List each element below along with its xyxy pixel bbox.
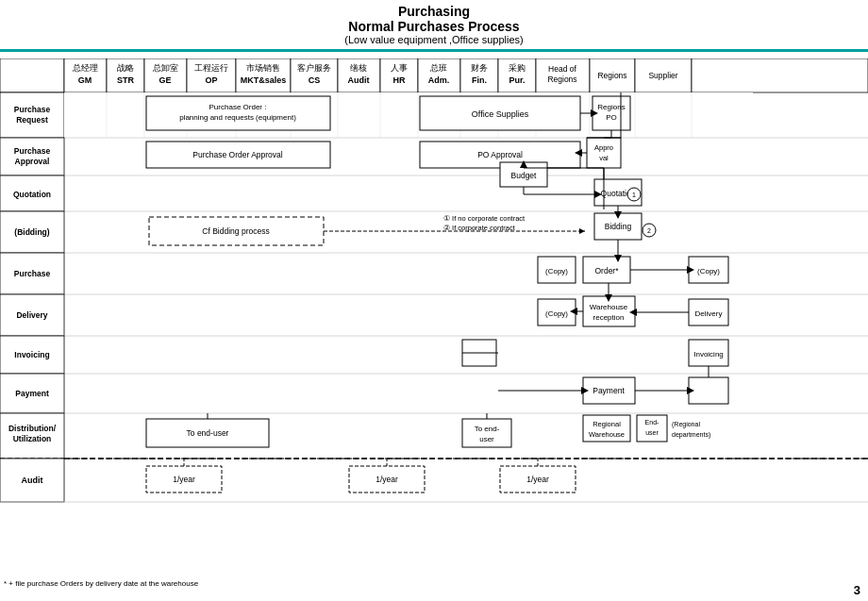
svg-text:reception: reception bbox=[593, 313, 625, 322]
svg-text:2: 2 bbox=[647, 227, 651, 234]
svg-text:Fin.: Fin. bbox=[472, 75, 487, 85]
svg-text:(Copy): (Copy) bbox=[697, 267, 720, 275]
svg-text:Office Supplies: Office Supplies bbox=[472, 109, 529, 119]
svg-text:Supplier: Supplier bbox=[648, 71, 677, 80]
svg-rect-41 bbox=[692, 58, 868, 92]
svg-text:Regions: Regions bbox=[547, 75, 576, 84]
svg-rect-103 bbox=[587, 138, 621, 168]
svg-text:Delivery: Delivery bbox=[16, 310, 47, 320]
svg-text:Order*: Order* bbox=[594, 266, 619, 275]
svg-text:客户服务: 客户服务 bbox=[297, 63, 331, 73]
svg-text:Audit: Audit bbox=[22, 476, 43, 485]
svg-text:1: 1 bbox=[632, 192, 636, 198]
svg-text:市场销售: 市场销售 bbox=[246, 63, 280, 73]
svg-text:Invoicing: Invoicing bbox=[693, 350, 724, 359]
title2: Normal Purchases Process bbox=[0, 19, 868, 34]
svg-text:(Copy): (Copy) bbox=[545, 309, 568, 318]
svg-text:Audit: Audit bbox=[348, 75, 370, 85]
teal-divider bbox=[0, 49, 868, 52]
svg-text:① If no corporate contract: ① If no corporate contract bbox=[443, 214, 526, 223]
svg-text:user: user bbox=[479, 435, 494, 443]
title1: Purchasing bbox=[0, 4, 868, 19]
svg-text:总班: 总班 bbox=[429, 63, 447, 73]
svg-text:1/year: 1/year bbox=[526, 475, 549, 484]
svg-text:Payment: Payment bbox=[15, 389, 49, 398]
svg-text:Approval: Approval bbox=[15, 157, 50, 166]
header: Purchasing Normal Purchases Process (Low… bbox=[0, 0, 868, 47]
svg-text:Invoicing: Invoicing bbox=[14, 350, 49, 359]
svg-text:1/year: 1/year bbox=[173, 475, 195, 484]
svg-text:Appro: Appro bbox=[594, 143, 613, 152]
svg-text:Purchase: Purchase bbox=[14, 105, 51, 114]
svg-text:Payment: Payment bbox=[593, 386, 625, 395]
svg-text:工程运行: 工程运行 bbox=[194, 63, 228, 73]
svg-text:OP: OP bbox=[205, 75, 217, 85]
subtitle: (Low value equipment ,Office supplies) bbox=[0, 34, 868, 45]
svg-text:departments): departments) bbox=[672, 431, 710, 439]
svg-text:采购: 采购 bbox=[509, 63, 526, 73]
svg-text:财务: 财务 bbox=[471, 63, 488, 73]
svg-text:(Bidding): (Bidding) bbox=[14, 227, 49, 237]
svg-text:Warehouse: Warehouse bbox=[590, 303, 628, 311]
svg-text:Adm.: Adm. bbox=[428, 75, 450, 85]
page: Purchasing Normal Purchases Process (Low… bbox=[0, 0, 868, 601]
svg-text:缮核: 缮核 bbox=[350, 63, 367, 73]
svg-text:Regions: Regions bbox=[597, 71, 626, 80]
svg-text:1/year: 1/year bbox=[376, 475, 398, 484]
svg-text:To end-user: To end-user bbox=[187, 428, 229, 438]
svg-text:user: user bbox=[645, 429, 659, 436]
svg-text:Head of: Head of bbox=[548, 64, 576, 74]
svg-text:val: val bbox=[599, 154, 609, 162]
footer-note: * + file purchase Orders by delivery dat… bbox=[4, 579, 198, 588]
svg-text:人事: 人事 bbox=[391, 63, 408, 73]
svg-text:Purchase: Purchase bbox=[14, 146, 51, 156]
svg-text:GE: GE bbox=[159, 75, 171, 85]
svg-text:HR: HR bbox=[393, 75, 406, 85]
svg-text:Utilization: Utilization bbox=[13, 434, 52, 443]
svg-text:Request: Request bbox=[16, 115, 48, 125]
svg-text:(Copy): (Copy) bbox=[545, 267, 568, 275]
svg-text:战略: 战略 bbox=[117, 63, 134, 73]
svg-rect-0 bbox=[0, 58, 64, 92]
svg-text:Pur.: Pur. bbox=[509, 75, 525, 85]
svg-text:planning and requests (equipme: planning and requests (equipment) bbox=[179, 113, 296, 122]
page-number: 3 bbox=[854, 583, 860, 597]
svg-text:MKT&sales: MKT&sales bbox=[241, 75, 287, 85]
diagram-svg: 总经理 GM 战略 STR 总卸室 GE 工程运行 OP 市场销售 MKT&sa… bbox=[0, 58, 868, 601]
svg-text:Purchase Order :: Purchase Order : bbox=[209, 103, 267, 111]
svg-text:Distribution/: Distribution/ bbox=[8, 424, 57, 433]
svg-text:GM: GM bbox=[78, 75, 92, 85]
svg-text:Budget: Budget bbox=[511, 171, 538, 180]
svg-text:Delivery: Delivery bbox=[695, 309, 723, 318]
svg-text:Cf Bidding process: Cf Bidding process bbox=[202, 226, 269, 236]
svg-text:PO: PO bbox=[606, 113, 617, 122]
svg-text:Warehouse: Warehouse bbox=[589, 430, 625, 439]
svg-text:CS: CS bbox=[309, 75, 321, 85]
svg-text:To end-: To end- bbox=[475, 425, 500, 433]
svg-text:STR: STR bbox=[117, 75, 135, 85]
svg-text:总卸室: 总卸室 bbox=[152, 63, 178, 73]
svg-text:Purchase: Purchase bbox=[14, 269, 51, 278]
svg-rect-138 bbox=[689, 377, 728, 404]
svg-text:Quotation: Quotation bbox=[13, 190, 51, 199]
svg-text:(Regional: (Regional bbox=[672, 421, 700, 428]
svg-text:Bidding: Bidding bbox=[605, 222, 632, 231]
svg-text:End-: End- bbox=[645, 419, 659, 426]
svg-text:Purchase Order Approval: Purchase Order Approval bbox=[192, 150, 283, 159]
svg-text:PO Approval: PO Approval bbox=[477, 150, 523, 159]
svg-text:Regional: Regional bbox=[593, 420, 621, 428]
svg-text:总经理: 总经理 bbox=[72, 63, 98, 73]
